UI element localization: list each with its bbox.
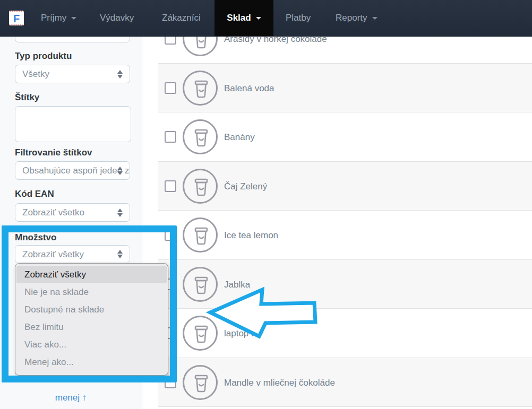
product-icon (183, 217, 218, 253)
product-icon (183, 71, 218, 106)
product-name: Mandle v mliečnej čokoláde (224, 358, 335, 407)
ean-code-label: Kód EAN (15, 189, 54, 199)
dropdown-option-available[interactable]: Dostupné na sklade (16, 301, 167, 318)
tags-label: Štítky (15, 92, 39, 103)
product-row[interactable]: Mandle v mliečnej čokoláde (158, 358, 532, 407)
product-name: Balená voda (224, 64, 274, 113)
product-checkbox[interactable] (165, 229, 176, 241)
nav-item-vydavky[interactable]: Výdavky (100, 0, 134, 36)
product-icon (183, 365, 218, 400)
product-name: Banány (224, 112, 255, 162)
chevron-down-icon (372, 17, 377, 20)
chevron-down-icon (256, 17, 261, 20)
product-row[interactable]: Ice tea lemon (158, 211, 532, 260)
select-arrows-icon (117, 166, 123, 176)
product-type-value: Všetky (22, 69, 49, 79)
product-row[interactable]: Čaj Zelený (158, 161, 532, 211)
product-row[interactable]: Jablka (158, 259, 532, 309)
select-arrows-icon (117, 69, 123, 79)
nav-item-prijmy[interactable]: Príjmy (41, 0, 76, 36)
product-list: Arašidy v horkej čokoláde Balená voda Ba… (142, 0, 532, 409)
product-name: laptop HP (224, 309, 264, 358)
dropdown-option-out-of-stock[interactable]: Nie je na sklade (16, 283, 167, 301)
product-checkbox[interactable] (165, 377, 176, 388)
select-arrows-icon (117, 249, 123, 259)
nav-item-reporty[interactable]: Reporty (336, 0, 377, 36)
product-name: Jablka (224, 260, 250, 309)
product-icon (183, 119, 218, 154)
ean-code-select[interactable]: Zobraziť všetko (15, 203, 130, 222)
app-logo[interactable]: F (9, 11, 24, 25)
nav-item-sklad-active[interactable]: Sklad (214, 0, 273, 36)
quantity-dropdown-menu: Zobraziť všetky Nie je na sklade Dostupn… (15, 263, 168, 376)
arrow-up-icon: ↑ (82, 393, 87, 403)
dropdown-option-more-than[interactable]: Viac ako... (16, 336, 167, 353)
product-icon (183, 169, 218, 204)
nav-item-zakaznici[interactable]: Zákazníci (162, 0, 201, 36)
product-name: Čaj Zelený (224, 162, 267, 211)
show-less-link[interactable]: menej ↑ (0, 393, 142, 403)
product-type-label: Typ produktu (15, 51, 72, 62)
tags-input[interactable] (15, 106, 131, 142)
dropdown-option-show-all[interactable]: Zobraziť všetky (16, 266, 167, 283)
quantity-label: Množstvo (15, 232, 56, 243)
tag-filtering-value: Obsahujúce aspoň jeden z (22, 166, 129, 176)
nav-item-platby[interactable]: Platby (286, 0, 311, 36)
select-arrows-icon (117, 208, 123, 217)
dropdown-option-less-than[interactable]: Menej ako... (16, 353, 167, 371)
chevron-down-icon (71, 17, 76, 20)
product-checkbox[interactable] (165, 82, 176, 94)
product-row[interactable]: Balená voda (158, 63, 532, 112)
product-icon (183, 267, 218, 302)
quantity-value: Zobraziť všetky (22, 249, 84, 259)
product-icon (183, 316, 218, 351)
ean-code-value: Zobraziť všetko (22, 207, 84, 217)
top-nav: F Príjmy Výdavky Zákazníci Sklad Platby … (0, 0, 532, 37)
tag-filtering-label: Filtrovanie štítkov (15, 147, 92, 158)
product-checkbox[interactable] (165, 180, 176, 192)
tag-filtering-select[interactable]: Obsahujúce aspoň jeden z (15, 161, 130, 180)
product-checkbox[interactable] (165, 131, 176, 143)
product-name: Ice tea lemon (224, 211, 278, 260)
dropdown-option-no-limit[interactable]: Bez limitu (16, 318, 167, 336)
quantity-select[interactable]: Zobraziť všetky (15, 245, 130, 263)
product-row[interactable]: laptop HP (158, 309, 532, 358)
product-type-select[interactable]: Všetky (15, 65, 130, 83)
product-row[interactable]: Banány (158, 112, 532, 162)
